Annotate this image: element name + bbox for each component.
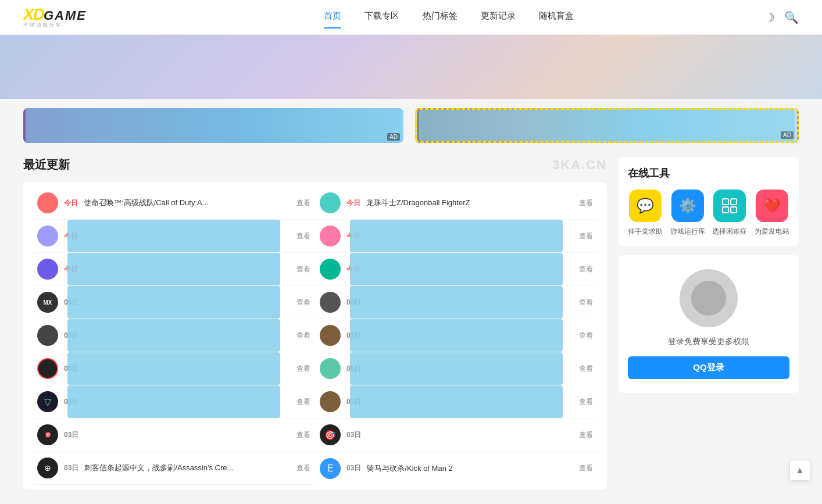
nav-download[interactable]: 下载专区	[364, 10, 399, 24]
search-icon[interactable]: 🔍	[784, 10, 799, 24]
nav-home[interactable]: 首页	[324, 10, 341, 24]
date-badge: 03日	[64, 430, 78, 440]
hero-banner	[0, 35, 822, 99]
watermark: 3KA.CN	[552, 158, 607, 173]
view-button[interactable]: 查看	[296, 264, 310, 274]
update-item: 今日 查看	[33, 253, 315, 286]
date-badge: 今日	[346, 198, 360, 208]
nav-blindbox[interactable]: 随机盲盒	[539, 10, 574, 24]
update-list: 今日 使命召唤™:高级战队/Call of Duty:A... 查看 今日 龙珠…	[23, 182, 607, 489]
svg-rect-2	[723, 207, 728, 213]
avatar	[37, 325, 58, 346]
logo-xd: XD	[23, 5, 44, 23]
user-avatar-placeholder	[691, 281, 726, 316]
update-item: 🎯 03日 查看	[33, 419, 315, 452]
view-button[interactable]: 查看	[579, 463, 593, 473]
avatar: ▽	[37, 391, 58, 412]
scroll-top-button[interactable]: ▲	[789, 460, 810, 481]
svg-rect-3	[731, 207, 737, 213]
avatar	[37, 259, 58, 280]
tool-donate-label: 为爱发电站	[755, 227, 789, 237]
main-nav: 首页 下载专区 热门标签 更新记录 随机盲盒	[133, 10, 764, 24]
header: XDGAME 全球游戏分享 首页 下载专区 热门标签 更新记录 随机盲盒 ☽ 🔍	[0, 0, 822, 35]
header-icons: ☽ 🔍	[764, 10, 799, 24]
view-button[interactable]: 查看	[579, 231, 593, 241]
tools-section: 在线工具 💬 伸手党求助 ⚙️ 游戏运行库	[619, 157, 799, 246]
view-button[interactable]: 查看	[296, 298, 310, 308]
view-button[interactable]: 查看	[579, 298, 593, 308]
tool-runtime[interactable]: ⚙️ 游戏运行库	[670, 190, 706, 237]
update-item: 05日 查看	[33, 352, 315, 385]
avatar	[320, 391, 341, 412]
tools-title: 在线工具	[628, 166, 789, 180]
view-button[interactable]: 查看	[296, 430, 310, 440]
update-item: 🎯 03日 查看	[315, 419, 598, 452]
update-item: ▽ 05日 查看	[33, 385, 315, 419]
tool-choice-label: 选择困难症	[712, 227, 747, 237]
view-button[interactable]: 查看	[579, 331, 593, 341]
chevron-up-icon: ▲	[795, 465, 805, 476]
view-button[interactable]: 查看	[579, 397, 593, 407]
recent-update-title: 最近更新	[23, 157, 70, 173]
view-button[interactable]: 查看	[579, 430, 593, 440]
avatar	[320, 259, 341, 280]
update-item: 今日 查看	[315, 253, 598, 286]
user-avatar-large	[680, 269, 738, 327]
view-button[interactable]: 查看	[296, 231, 310, 241]
date-badge: 03日	[346, 430, 361, 440]
view-button[interactable]: 查看	[579, 198, 593, 208]
avatar	[37, 226, 58, 246]
login-prompt: 登录免费享受更多权限	[668, 337, 749, 347]
nav-changelog[interactable]: 更新记录	[481, 10, 516, 24]
tool-runtime-icon: ⚙️	[671, 190, 704, 222]
avatar	[320, 192, 341, 213]
update-item: 05日 查看	[315, 286, 598, 319]
update-grid: 今日 使命召唤™:高级战队/Call of Duty:A... 查看 今日 龙珠…	[33, 187, 598, 485]
date-badge: 今日	[64, 198, 78, 208]
nav-tags[interactable]: 热门标签	[423, 10, 458, 24]
tool-donate-icon: ❤️	[756, 190, 788, 222]
avatar: MX	[37, 292, 58, 313]
theme-toggle-icon[interactable]: ☽	[764, 10, 775, 24]
item-title: 使命召唤™:高级战队/Call of Duty:A...	[84, 198, 291, 208]
ad-label-left: AD	[387, 133, 400, 141]
ad-banner-right[interactable]: AD	[415, 108, 799, 143]
logo-game: GAME	[44, 8, 87, 23]
update-item: 05日 查看	[315, 352, 598, 385]
qq-login-button[interactable]: QQ登录	[628, 356, 789, 379]
ad-banner-left[interactable]: AD	[23, 108, 403, 143]
update-item: 05日 查看	[33, 319, 315, 352]
avatar	[320, 292, 341, 313]
avatar: E	[320, 458, 341, 479]
logo[interactable]: XDGAME 全球游戏分享	[23, 5, 87, 29]
view-button[interactable]: 查看	[296, 331, 310, 341]
right-section: 在线工具 💬 伸手党求助 ⚙️ 游戏运行库	[619, 157, 799, 489]
avatar: ⊕	[37, 457, 58, 478]
update-item: 今日 查看	[315, 220, 598, 253]
avatar	[320, 226, 341, 246]
avatar: 🎯	[320, 424, 341, 445]
tool-helper[interactable]: 💬 伸手党求助	[628, 190, 663, 237]
view-button[interactable]: 查看	[296, 397, 310, 407]
item-title: 龙珠斗士Z/Dragonball FighterZ	[366, 198, 573, 208]
tools-grid: 💬 伸手党求助 ⚙️ 游戏运行库	[628, 190, 789, 237]
view-button[interactable]: 查看	[296, 198, 310, 208]
view-button[interactable]: 查看	[579, 364, 593, 374]
tool-choice[interactable]: 选择困难症	[712, 190, 748, 237]
view-button[interactable]: 查看	[296, 463, 310, 473]
tool-helper-icon: 💬	[629, 190, 662, 222]
update-item: 今日 查看	[33, 220, 315, 253]
svg-rect-1	[731, 199, 737, 205]
tool-donate[interactable]: ❤️ 为爱发电站	[755, 190, 790, 237]
update-item: 05日 查看	[315, 319, 598, 352]
ad-row: AD AD	[23, 108, 799, 143]
section-header: 最近更新 3KA.CN	[23, 157, 607, 173]
update-item: 05日 查看	[315, 385, 598, 419]
item-title: 骑马与砍杀/Kick of Man 2	[367, 463, 573, 474]
ad-label-right: AD	[781, 131, 794, 139]
update-item: E 03日 骑马与砍杀/Kick of Man 2 查看	[315, 452, 598, 485]
view-button[interactable]: 查看	[579, 264, 593, 274]
view-button[interactable]: 查看	[296, 364, 310, 374]
login-section: 登录免费享受更多权限 QQ登录	[619, 255, 799, 393]
avatar: 🎯	[37, 424, 58, 445]
